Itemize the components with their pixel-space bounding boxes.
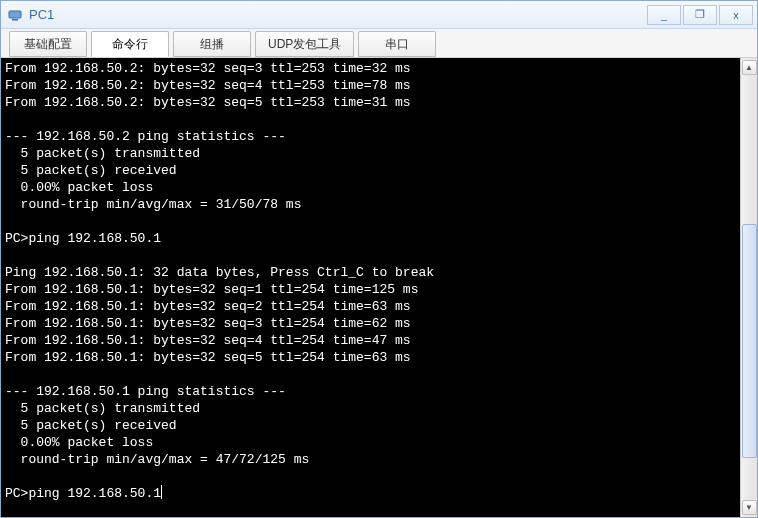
svg-rect-0 [9, 11, 21, 18]
app-window: PC1 _ ❐ x 基础配置 命令行 组播 UDP发包工具 串口 From 19… [0, 0, 758, 518]
terminal[interactable]: From 192.168.50.2: bytes=32 seq=3 ttl=25… [1, 58, 740, 517]
app-icon [7, 7, 23, 23]
svg-rect-1 [12, 19, 18, 21]
tab-label: 串口 [385, 36, 409, 53]
tab-label: UDP发包工具 [268, 36, 341, 53]
scroll-down-button[interactable]: ▼ [742, 500, 757, 515]
window-title: PC1 [29, 7, 54, 22]
close-button[interactable]: x [719, 5, 753, 25]
text-cursor [161, 485, 162, 499]
tab-serial[interactable]: 串口 [358, 31, 436, 57]
scrollbar-thumb[interactable] [742, 224, 757, 458]
terminal-container: From 192.168.50.2: bytes=32 seq=3 ttl=25… [1, 58, 757, 517]
tab-label: 组播 [200, 36, 224, 53]
titlebar[interactable]: PC1 _ ❐ x [1, 1, 757, 29]
tab-basic-config[interactable]: 基础配置 [9, 31, 87, 57]
scrollbar-track[interactable] [742, 75, 757, 500]
scroll-up-button[interactable]: ▲ [742, 60, 757, 75]
tab-label: 命令行 [112, 36, 148, 53]
restore-button[interactable]: ❐ [683, 5, 717, 25]
tab-multicast[interactable]: 组播 [173, 31, 251, 57]
minimize-button[interactable]: _ [647, 5, 681, 25]
tab-command-line[interactable]: 命令行 [91, 31, 169, 57]
chevron-down-icon: ▼ [745, 503, 753, 512]
minimize-icon: _ [661, 9, 667, 21]
vertical-scrollbar[interactable]: ▲ ▼ [740, 58, 757, 517]
tab-label: 基础配置 [24, 36, 72, 53]
close-icon: x [733, 9, 739, 21]
chevron-up-icon: ▲ [745, 63, 753, 72]
tab-bar: 基础配置 命令行 组播 UDP发包工具 串口 [1, 29, 757, 58]
restore-icon: ❐ [695, 8, 705, 21]
tab-udp-tool[interactable]: UDP发包工具 [255, 31, 354, 57]
